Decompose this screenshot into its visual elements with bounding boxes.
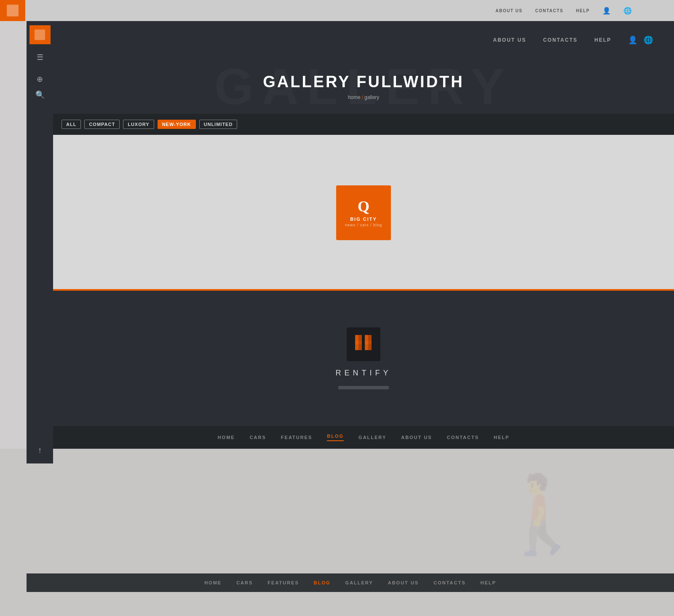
filter-unlimited[interactable]: UNLIMITED <box>199 120 238 129</box>
rentify-logo-letters <box>354 334 373 354</box>
nav-contacts[interactable]: CONTACTS <box>543 37 578 43</box>
outer-nav-contacts[interactable]: CONTACTS <box>433 580 465 585</box>
page-title: GALLERY FULLWIDTH <box>263 73 464 91</box>
filter-all[interactable]: ALL <box>62 120 81 129</box>
card-big-city[interactable]: Q BIG CITY news / cars / blog <box>336 185 391 240</box>
footer-nav-gallery[interactable]: GALLERY <box>358 435 386 440</box>
topbar-help[interactable]: HELP <box>576 8 590 13</box>
svg-rect-5 <box>368 335 372 350</box>
svg-rect-2 <box>358 335 362 350</box>
outer-nav-help[interactable]: HELP <box>480 580 496 585</box>
footer-nav-blog[interactable]: BLOG <box>327 434 344 441</box>
footer-nav-features[interactable]: FEATURES <box>281 435 312 440</box>
outer-nav-cars[interactable]: CARS <box>236 580 253 585</box>
nav-about-us[interactable]: ABOUT US <box>493 37 527 43</box>
search-bottom-icon[interactable]: 🔍 <box>35 90 45 99</box>
rentify-logo-box[interactable] <box>347 327 380 361</box>
nav-user-icon[interactable]: 👤 <box>628 35 637 45</box>
outer-nav-about-us[interactable]: ABOUT US <box>388 580 419 585</box>
nav-icons: 👤 🌐 <box>628 35 653 45</box>
search-top-icon[interactable]: ⊕ <box>37 75 43 84</box>
footer-nav-about-us[interactable]: ABOUT US <box>401 435 432 440</box>
filter-new-york[interactable]: NEW-YORK <box>158 120 196 129</box>
filter-luxory[interactable]: LUXORY <box>123 120 154 129</box>
sidebar-logo <box>29 25 51 44</box>
topbar-globe-icon[interactable]: 🌐 <box>623 7 632 15</box>
rentify-tagline <box>338 386 389 389</box>
background-bottom: HOME CARS FEATURES BLOG GALLERY ABOUT US… <box>0 449 674 616</box>
outer-nav-blog[interactable]: BLOG <box>314 580 331 585</box>
rentify-brand-name: RENTIFY <box>335 369 391 378</box>
nav-help[interactable]: HELP <box>594 37 611 43</box>
topbar-user-icon[interactable]: 👤 <box>602 7 611 15</box>
card-big-city-title: BIG CITY <box>350 217 377 222</box>
hamburger-icon[interactable]: ☰ <box>37 53 43 62</box>
filter-compact[interactable]: COMPACT <box>84 120 120 129</box>
breadcrumb-home[interactable]: home <box>348 94 361 100</box>
outer-nav-features[interactable]: FEATURES <box>267 580 299 585</box>
gallery-card-light: Q BIG CITY news / cars / blog <box>53 135 674 291</box>
main-navigation: ABOUT US CONTACTS HELP 👤 🌐 <box>53 21 674 59</box>
left-sidebar: ☰ ⊕ 🔍 ↑ <box>27 21 53 463</box>
outer-nav-home[interactable]: HOME <box>204 580 222 585</box>
gallery-card-dark: RENTIFY <box>53 291 674 426</box>
footer-nav-cars[interactable]: CARS <box>250 435 266 440</box>
outer-nav-gallery[interactable]: GALLERY <box>345 580 373 585</box>
scroll-up-button[interactable]: ↑ <box>38 445 42 455</box>
topbar-about-us[interactable]: ABOUT US <box>495 8 522 13</box>
card-big-city-subtitle: news / cars / blog <box>345 223 382 227</box>
hero-section: GALLERY GALLERY FULLWIDTH home/gallery <box>53 59 674 114</box>
breadcrumb: home/gallery <box>348 94 380 100</box>
nav-globe-icon[interactable]: 🌐 <box>644 35 653 45</box>
outer-bottom-nav: HOME CARS FEATURES BLOG GALLERY ABOUT US… <box>27 573 674 592</box>
breadcrumb-current: gallery <box>364 94 379 100</box>
card-q-icon: Q <box>358 199 369 214</box>
filter-bar: ALL COMPACT LUXORY NEW-YORK UNLIMITED <box>53 114 674 135</box>
footer-nav-help[interactable]: HELP <box>494 435 509 440</box>
topbar-contacts[interactable]: CONTACTS <box>535 8 564 13</box>
footer-nav-contacts[interactable]: CONTACTS <box>447 435 479 440</box>
breadcrumb-separator: / <box>362 94 363 100</box>
footer-navigation: HOME CARS FEATURES BLOG GALLERY ABOUT US… <box>53 426 674 449</box>
footer-nav-home[interactable]: HOME <box>218 435 235 440</box>
